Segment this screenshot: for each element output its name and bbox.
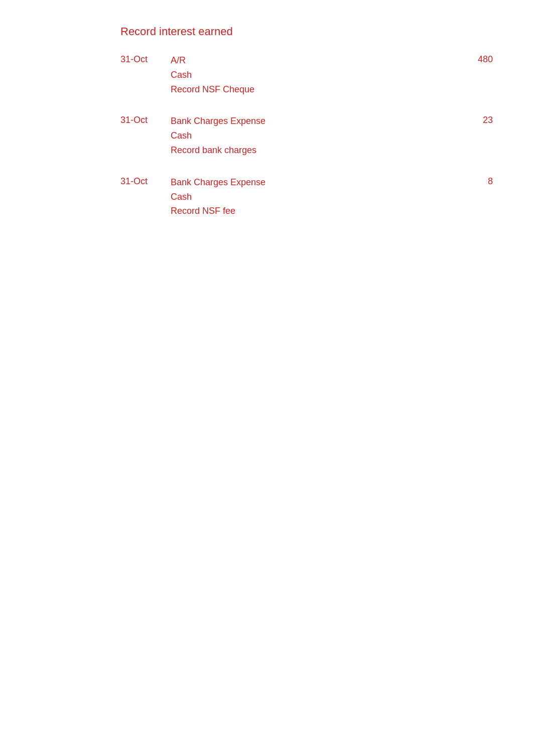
entry-account2-nsf-fee: Cash	[171, 190, 453, 204]
entry-date-bank-charges: 31-Oct	[120, 114, 171, 125]
entry-details-nsf-fee: Bank Charges Expense Cash Record NSF fee	[171, 175, 453, 218]
entry-amount-nsf-fee: 8	[453, 175, 493, 187]
journal-entry-bank-charges: 31-Oct Bank Charges Expense Cash Record …	[120, 114, 493, 157]
entry-account2-bank-charges: Cash	[171, 129, 453, 143]
entry-description-nsf-cheque: Record NSF Cheque	[171, 82, 453, 97]
section-title: Record interest earned	[120, 25, 233, 38]
journal-section: Record interest earned 31-Oct A/R Cash R…	[0, 25, 533, 218]
entry-date-nsf-cheque: 31-Oct	[120, 53, 171, 65]
entry-date-nsf-fee: 31-Oct	[120, 175, 171, 187]
entry-account1-bank-charges: Bank Charges Expense	[171, 114, 453, 129]
journal-entry-nsf-fee: 31-Oct Bank Charges Expense Cash Record …	[120, 175, 493, 218]
entry-description-nsf-fee: Record NSF fee	[171, 204, 453, 218]
entry-amount-nsf-cheque: 480	[453, 53, 493, 65]
journal-entry-nsf-cheque: 31-Oct A/R Cash Record NSF Cheque 480	[120, 53, 493, 96]
entry-amount-bank-charges: 23	[453, 114, 493, 125]
section-header: Record interest earned	[120, 25, 493, 38]
entry-details-bank-charges: Bank Charges Expense Cash Record bank ch…	[171, 114, 453, 157]
entry-description-bank-charges: Record bank charges	[171, 143, 453, 158]
page-container: Record interest earned 31-Oct A/R Cash R…	[0, 0, 533, 756]
entry-account1-nsf-cheque: A/R	[171, 53, 453, 68]
entry-account2-nsf-cheque: Cash	[171, 68, 453, 82]
entry-account1-nsf-fee: Bank Charges Expense	[171, 175, 453, 190]
entry-details-nsf-cheque: A/R Cash Record NSF Cheque	[171, 53, 453, 96]
